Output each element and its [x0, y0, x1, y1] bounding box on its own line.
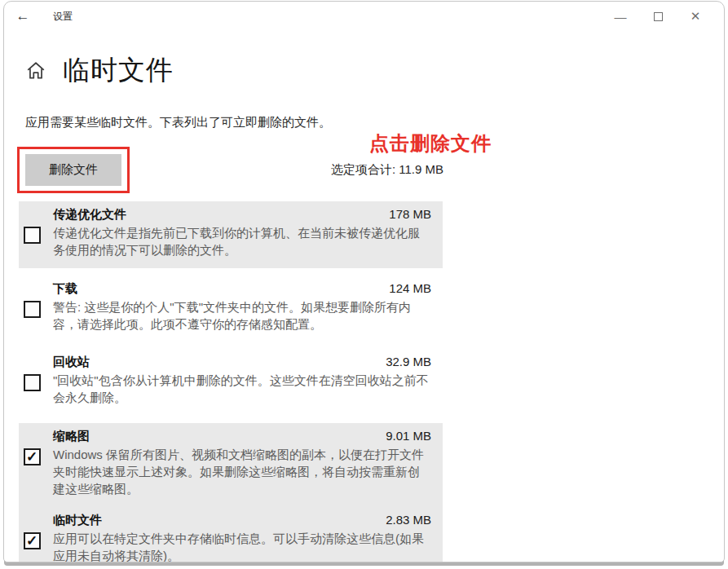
window-title: 设置 — [53, 10, 73, 24]
item-name: 传递优化文件 — [53, 207, 126, 223]
list-gap — [19, 342, 443, 349]
list-item-downloads[interactable]: 下载 124 MB 警告: 这些是你的个人"下载"文件夹中的文件。如果想要删除所… — [19, 276, 443, 342]
item-description: 传递优化文件是指先前已下载到你的计算机、在当前未被传递优化服务使用的情况下可以删… — [53, 224, 431, 259]
page-header: 临时文件 — [25, 52, 724, 89]
list-item-delivery-optimization[interactable]: 传递优化文件 178 MB 传递优化文件是指先前已下载到你的计算机、在当前未被传… — [19, 201, 443, 268]
settings-window: ← 设置 — ✕ 临时文件 应用需要某些临时文件。下表列出了可立即删除的文件。 … — [3, 1, 725, 562]
minimize-button[interactable]: — — [602, 3, 639, 29]
list-item-temporary-files[interactable]: 临时文件 2.83 MB 应用可以在特定文件夹中存储临时信息。可以手动清除这些信… — [19, 507, 443, 562]
item-description: "回收站"包含你从计算机中删除的文件。这些文件在清空回收站之前不会永久删除。 — [53, 372, 431, 407]
item-size: 124 MB — [389, 281, 431, 295]
list-gap — [19, 268, 443, 276]
titlebar: ← 设置 — ✕ — [4, 2, 724, 31]
item-name: 回收站 — [53, 355, 90, 370]
page-title: 临时文件 — [63, 52, 174, 89]
checked-items-group: 缩略图 9.01 MB Windows 保留所有图片、视频和文档缩略图的副本，以… — [19, 423, 443, 562]
list-gap — [19, 416, 443, 423]
maximize-button[interactable] — [639, 3, 677, 29]
page-description: 应用需要某些临时文件。下表列出了可立即删除的文件。 — [25, 115, 724, 130]
back-button[interactable]: ← — [4, 8, 42, 24]
home-icon — [25, 60, 46, 82]
annotation-text: 点击删除文件 — [369, 130, 492, 157]
item-name: 下载 — [53, 281, 77, 297]
item-size: 32.9 MB — [386, 355, 431, 368]
item-name: 缩略图 — [53, 429, 90, 444]
selected-total-label: 选定项合计: 11.9 MB — [331, 162, 443, 178]
temporary-files-list: 传递优化文件 178 MB 传递优化文件是指先前已下载到你的计算机、在当前未被传… — [19, 201, 443, 562]
item-description: 应用可以在特定文件夹中存储临时信息。可以手动清除这些信息(如果应用未自动将其清除… — [53, 530, 431, 562]
item-size: 9.01 MB — [386, 429, 431, 443]
page-content: 临时文件 应用需要某些临时文件。下表列出了可立即删除的文件。 点击删除文件 删除… — [4, 52, 724, 562]
annotation-highlight-box: 删除文件 — [17, 147, 130, 193]
maximize-icon — [654, 12, 663, 21]
list-item-recycle-bin[interactable]: 回收站 32.9 MB "回收站"包含你从计算机中删除的文件。这些文件在清空回收… — [19, 349, 443, 416]
item-description: 警告: 这些是你的个人"下载"文件夹中的文件。如果想要删除所有内容，请选择此项。… — [53, 298, 431, 333]
item-name: 临时文件 — [53, 513, 102, 528]
item-description: Windows 保留所有图片、视频和文档缩略图的副本，以便在打开文件夹时能快速显… — [53, 446, 431, 498]
checkbox-thumbnails[interactable] — [24, 448, 41, 465]
checkbox-temporary-files[interactable] — [24, 532, 41, 549]
checkbox-downloads[interactable] — [24, 301, 41, 318]
item-size: 2.83 MB — [386, 513, 431, 527]
item-size: 178 MB — [389, 207, 431, 221]
list-item-thumbnails[interactable]: 缩略图 9.01 MB Windows 保留所有图片、视频和文档缩略图的副本，以… — [19, 423, 443, 507]
delete-files-button[interactable]: 删除文件 — [25, 154, 121, 186]
checkbox-delivery-optimization[interactable] — [24, 227, 41, 244]
checkbox-recycle-bin[interactable] — [24, 374, 41, 391]
close-button[interactable]: ✕ — [677, 3, 714, 29]
